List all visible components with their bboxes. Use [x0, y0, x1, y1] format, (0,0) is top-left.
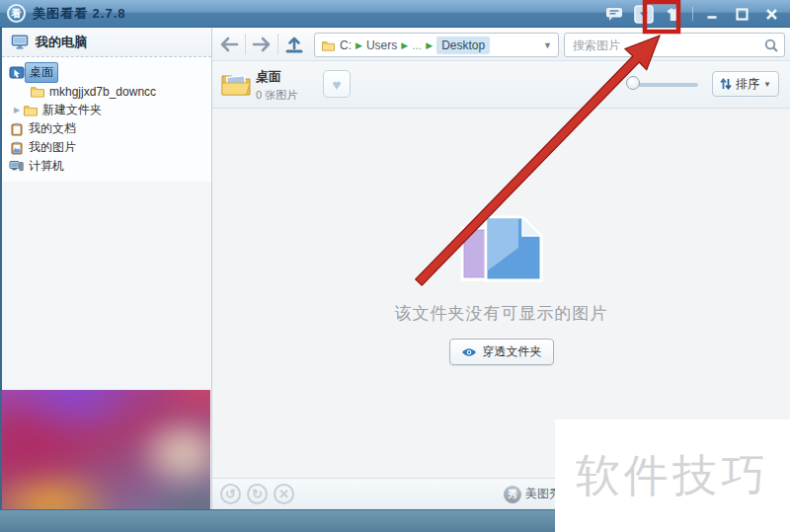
breadcrumb-separator-icon: ▶ [401, 40, 408, 50]
desktop-icon [8, 66, 25, 80]
tree-item-computer[interactable]: 计算机 [2, 157, 211, 176]
title-bar: 看 美图看看 2.7.8 [0, 0, 790, 28]
breadcrumb-separator-icon: ▶ [426, 40, 433, 50]
maximize-button[interactable] [731, 3, 752, 25]
toolbar-separator [277, 35, 278, 54]
tree-item-new-folder[interactable]: ▶ 新建文件夹 [2, 101, 211, 119]
toolbar-separator [245, 35, 246, 54]
window-title: 美图看看 2.7.8 [33, 5, 126, 23]
pictures-icon [8, 141, 25, 155]
heart-icon: ♥ [333, 76, 342, 93]
breadcrumb-dropdown-icon[interactable]: ▼ [543, 40, 552, 50]
feedback-icon[interactable] [603, 3, 625, 25]
watermark-overlay: 软件技巧 [555, 419, 790, 532]
shirt-icon [666, 7, 682, 22]
app-logo-icon: 看 [7, 4, 26, 23]
breadcrumb-separator-icon: ▶ [356, 40, 362, 50]
back-button[interactable] [216, 32, 242, 57]
empty-pictures-icon [459, 213, 544, 284]
delete-button[interactable]: ✕ [274, 484, 294, 504]
titlebar-separator [692, 7, 693, 21]
rotate-ccw-icon: ↺ [225, 487, 236, 501]
folder-icon [29, 85, 45, 98]
tree-item-folder[interactable]: mkhgjjxd7b_downcc [2, 82, 211, 101]
expander-icon[interactable]: ▶ [12, 106, 22, 114]
folder-tree: 桌面 mkhgjjxd7b_downcc ▶ [2, 57, 211, 182]
tree-item-label: 我的文档 [25, 119, 80, 138]
eye-icon [461, 347, 477, 357]
image-count: 0 张图片 [256, 88, 297, 103]
tree-item-label: mkhgjjxd7b_downcc [45, 84, 160, 100]
rotate-right-button[interactable]: ↻ [247, 484, 268, 504]
close-circle-icon: ✕ [278, 487, 289, 501]
breadcrumb-folder-icon [321, 39, 336, 51]
folder-icon [22, 104, 39, 116]
folder-info-bar: 桌面 0 张图片 ♥ 排序 ▼ [212, 61, 790, 109]
breadcrumb-item-desktop[interactable]: Desktop [436, 37, 490, 54]
favorite-button[interactable]: ♥ [323, 70, 351, 98]
tree-item-label: 计算机 [25, 157, 68, 176]
rotate-left-button[interactable]: ↺ [220, 484, 241, 504]
penetrate-folder-button[interactable]: 穿透文件夹 [449, 339, 554, 365]
navigation-toolbar: C: ▶ Users ▶ ... ▶ Desktop ▼ [212, 28, 790, 61]
rotate-cw-icon: ↻ [252, 487, 263, 501]
documents-icon [8, 122, 25, 136]
tree-item-label: 桌面 [25, 62, 58, 83]
search-icon[interactable] [764, 38, 778, 52]
zoom-slider-track[interactable] [631, 83, 698, 87]
sort-arrows-icon [720, 77, 732, 91]
search-box [564, 33, 785, 57]
breadcrumb[interactable]: C: ▶ Users ▶ ... ▶ Desktop ▼ [314, 33, 559, 57]
penetrate-button-label: 穿透文件夹 [483, 343, 542, 360]
tree-item-desktop[interactable]: 桌面 [2, 63, 211, 82]
breadcrumb-item-drive[interactable]: C: [340, 38, 352, 52]
dropdown-panel-button[interactable] [633, 3, 655, 25]
minimize-button[interactable] [701, 3, 723, 25]
app-window: 看 美图看看 2.7.8 [0, 0, 790, 532]
skin-button[interactable] [663, 3, 684, 25]
sort-dropdown-icon: ▼ [763, 80, 771, 89]
my-computer-icon [11, 35, 29, 49]
chevron-down-box-icon [634, 5, 654, 24]
sort-button[interactable]: 排序 ▼ [712, 71, 779, 97]
sidebar-header-label: 我的电脑 [36, 34, 87, 51]
tree-item-label: 我的图片 [25, 138, 80, 157]
empty-folder-message: 该文件夹没有可显示的图片 [212, 302, 790, 325]
ad-banner[interactable] [2, 390, 210, 509]
tree-item-label: 新建文件夹 [39, 101, 106, 119]
close-button[interactable] [760, 3, 782, 25]
watermark-text: 软件技巧 [576, 446, 769, 505]
computer-icon [8, 160, 25, 173]
search-input[interactable] [573, 36, 755, 54]
sort-button-label: 排序 [736, 76, 759, 93]
open-folder-icon [220, 71, 252, 98]
up-folder-button[interactable] [281, 32, 307, 57]
meitu-xiuxiu-badge: 秀 [504, 486, 521, 503]
forward-button[interactable] [249, 32, 275, 57]
sidebar: 我的电脑 桌面 mkhgjjxd7b_do [2, 28, 212, 509]
breadcrumb-item-users[interactable]: Users [366, 38, 397, 52]
tree-item-my-documents[interactable]: 我的文档 [2, 119, 211, 138]
zoom-slider-handle[interactable] [626, 76, 640, 90]
speech-bubble-icon [605, 7, 623, 22]
sidebar-header: 我的电脑 [2, 28, 211, 57]
current-folder-name: 桌面 [256, 68, 297, 86]
breadcrumb-item-ellipsis[interactable]: ... [412, 38, 422, 52]
tree-item-my-pictures[interactable]: 我的图片 [2, 138, 211, 157]
